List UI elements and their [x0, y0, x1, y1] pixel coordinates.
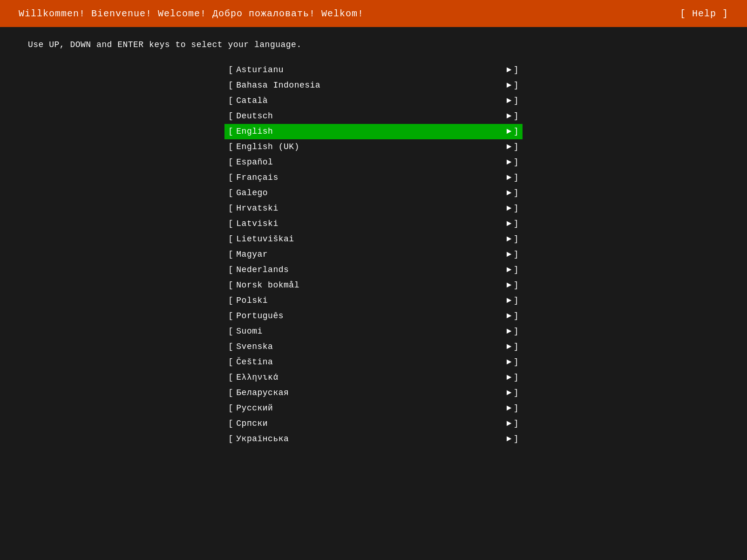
- bracket-right: ]: [514, 187, 519, 199]
- arrow-icon: ►: [497, 79, 511, 92]
- bracket-left: [: [228, 218, 233, 230]
- language-item-english-uk[interactable]: [English (UK)►]: [224, 139, 523, 155]
- arrow-icon: ►: [497, 402, 511, 415]
- language-name: Deutsch: [236, 110, 497, 123]
- bracket-left: [: [228, 187, 233, 199]
- bracket-right: ]: [514, 402, 519, 415]
- arrow-icon: ►: [497, 387, 511, 399]
- language-item-cestina[interactable]: [Čeština►]: [224, 355, 523, 370]
- language-name: Català: [236, 95, 497, 107]
- language-name: Ελληνικά: [236, 371, 497, 384]
- bracket-left: [: [228, 79, 233, 92]
- language-item-srpski[interactable]: [Српски►]: [224, 416, 523, 431]
- instruction-text: Use UP, DOWN and ENTER keys to select yo…: [0, 27, 747, 62]
- arrow-icon: ►: [497, 141, 511, 153]
- language-name: Српски: [236, 417, 497, 430]
- header-bar: Willkommen! Bienvenue! Welcome! Добро по…: [0, 0, 747, 27]
- language-item-deutsch[interactable]: [Deutsch►]: [224, 109, 523, 124]
- bracket-right: ]: [514, 156, 519, 169]
- header-title: Willkommen! Bienvenue! Welcome! Добро по…: [19, 8, 364, 19]
- arrow-icon: ►: [497, 187, 511, 199]
- language-item-asturianu[interactable]: [Asturianu►]: [224, 62, 523, 78]
- bracket-left: [: [228, 171, 233, 184]
- bracket-right: ]: [514, 341, 519, 353]
- arrow-icon: ►: [497, 110, 511, 123]
- bracket-right: ]: [514, 218, 519, 230]
- language-name: Bahasa Indonesia: [236, 79, 497, 92]
- language-item-polski[interactable]: [Polski►]: [224, 293, 523, 308]
- language-name: Magyar: [236, 248, 497, 261]
- arrow-icon: ►: [497, 233, 511, 246]
- language-item-nederlands[interactable]: [Nederlands►]: [224, 262, 523, 278]
- language-item-lietuviškai[interactable]: [Lietuviškai►]: [224, 232, 523, 247]
- arrow-icon: ►: [497, 433, 511, 445]
- arrow-icon: ►: [497, 171, 511, 184]
- bracket-right: ]: [514, 95, 519, 107]
- language-item-russky[interactable]: [Русский►]: [224, 401, 523, 416]
- bracket-left: [: [228, 387, 233, 399]
- language-item-suomi[interactable]: [Suomi►]: [224, 324, 523, 339]
- language-item-english[interactable]: [English►]: [224, 124, 523, 139]
- bracket-right: ]: [514, 64, 519, 76]
- language-item-svenska[interactable]: [Svenska►]: [224, 339, 523, 355]
- bracket-right: ]: [514, 294, 519, 307]
- arrow-icon: ►: [497, 325, 511, 338]
- bracket-right: ]: [514, 310, 519, 322]
- bracket-left: [: [228, 125, 233, 138]
- bracket-right: ]: [514, 141, 519, 153]
- bracket-left: [: [228, 202, 233, 215]
- arrow-icon: ►: [497, 310, 511, 322]
- language-item-espanol[interactable]: [Español►]: [224, 155, 523, 170]
- bracket-left: [: [228, 402, 233, 415]
- bracket-right: ]: [514, 79, 519, 92]
- bracket-right: ]: [514, 279, 519, 292]
- arrow-icon: ►: [497, 202, 511, 215]
- bracket-left: [: [228, 156, 233, 169]
- language-name: Français: [236, 171, 497, 184]
- arrow-icon: ►: [497, 156, 511, 169]
- bracket-right: ]: [514, 202, 519, 215]
- language-item-magyar[interactable]: [Magyar►]: [224, 247, 523, 262]
- language-name: Galego: [236, 187, 497, 199]
- bracket-right: ]: [514, 325, 519, 338]
- language-name: Українська: [236, 433, 497, 445]
- language-item-latviski[interactable]: [Latviski►]: [224, 216, 523, 232]
- language-item-ellinika[interactable]: [Ελληνικά►]: [224, 370, 523, 385]
- language-name: Беларуская: [236, 387, 497, 399]
- bracket-right: ]: [514, 356, 519, 369]
- language-name: Русский: [236, 402, 497, 415]
- bracket-right: ]: [514, 233, 519, 246]
- bracket-left: [: [228, 294, 233, 307]
- language-item-norsk-bokmal[interactable]: [Norsk bokmål►]: [224, 278, 523, 293]
- language-name: Hrvatski: [236, 202, 497, 215]
- language-item-belaruskaya[interactable]: [Беларуская►]: [224, 385, 523, 401]
- language-item-portugues[interactable]: [Português►]: [224, 308, 523, 324]
- language-item-ukrainska[interactable]: [Українська►]: [224, 431, 523, 447]
- language-item-catala[interactable]: [Català►]: [224, 93, 523, 109]
- bracket-left: [: [228, 341, 233, 353]
- bracket-right: ]: [514, 264, 519, 276]
- bracket-left: [: [228, 264, 233, 276]
- bracket-left: [: [228, 325, 233, 338]
- bracket-right: ]: [514, 371, 519, 384]
- language-item-hrvatski[interactable]: [Hrvatski►]: [224, 201, 523, 216]
- language-name: Polski: [236, 294, 497, 307]
- help-button[interactable]: [ Help ]: [680, 8, 728, 19]
- arrow-icon: ►: [497, 95, 511, 107]
- language-item-bahasa-indonesia[interactable]: [Bahasa Indonesia►]: [224, 78, 523, 93]
- arrow-icon: ►: [497, 64, 511, 76]
- language-name: Nederlands: [236, 264, 497, 276]
- language-name: Lietuviškai: [236, 233, 497, 246]
- arrow-icon: ►: [497, 294, 511, 307]
- bracket-left: [: [228, 110, 233, 123]
- bracket-left: [: [228, 233, 233, 246]
- bracket-left: [: [228, 371, 233, 384]
- bracket-left: [: [228, 310, 233, 322]
- arrow-icon: ►: [497, 264, 511, 276]
- language-name: Asturianu: [236, 64, 497, 76]
- bracket-right: ]: [514, 433, 519, 445]
- bracket-left: [: [228, 95, 233, 107]
- bracket-left: [: [228, 248, 233, 261]
- language-item-galego[interactable]: [Galego►]: [224, 185, 523, 201]
- language-item-francais[interactable]: [Français►]: [224, 170, 523, 185]
